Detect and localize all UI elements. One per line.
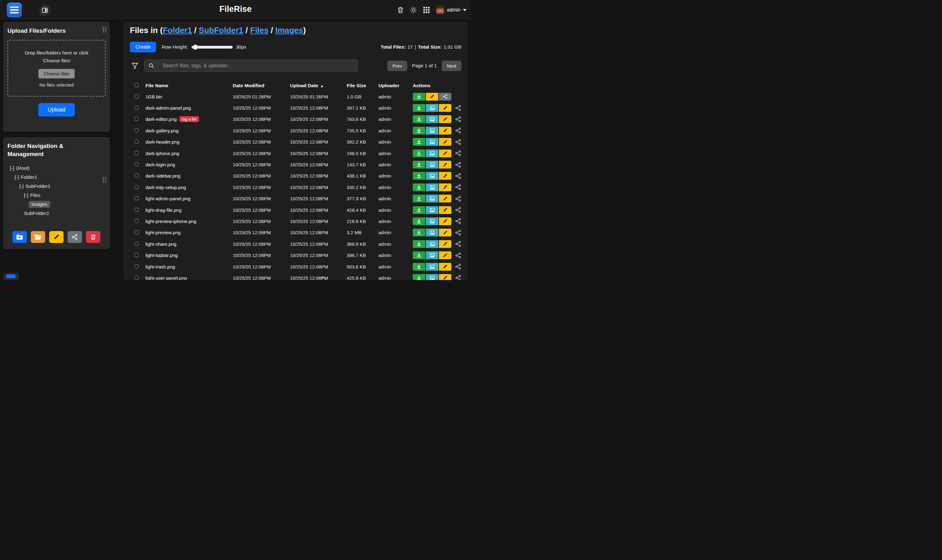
- preview-image-button[interactable]: [426, 229, 438, 236]
- share-icon[interactable]: [456, 252, 461, 258]
- share-button[interactable]: [439, 93, 451, 101]
- edit-button[interactable]: [439, 217, 451, 225]
- row-checkbox[interactable]: [135, 208, 139, 212]
- preview-image-button[interactable]: [426, 217, 438, 225]
- download-button[interactable]: [413, 217, 425, 225]
- folder-tree-item[interactable]: [-] (Root): [8, 163, 106, 172]
- table-row[interactable]: dark-sidebar.png 10/25/25 12:08PM 10/25/…: [130, 170, 461, 182]
- share-icon[interactable]: [456, 218, 461, 224]
- create-button[interactable]: Create: [130, 42, 156, 52]
- edit-button[interactable]: [439, 206, 451, 214]
- breadcrumb-link-subfolder1[interactable]: SubFolder1: [199, 26, 243, 35]
- edit-button[interactable]: [426, 93, 438, 101]
- file-tag-badge[interactable]: tag a file: [179, 116, 199, 122]
- edit-button[interactable]: [439, 104, 451, 112]
- row-checkbox[interactable]: [135, 140, 139, 143]
- table-row[interactable]: light-topbar.png 10/25/25 12:08PM 10/25/…: [130, 249, 461, 261]
- download-button[interactable]: [413, 161, 425, 169]
- file-name[interactable]: dark-totp-setup.png: [145, 185, 186, 190]
- edit-button[interactable]: [439, 149, 451, 157]
- column-file-name[interactable]: File Name: [145, 83, 233, 88]
- preview-image-button[interactable]: [426, 206, 438, 214]
- table-row[interactable]: dark-login.png 10/25/25 12:08PM 10/25/25…: [130, 159, 461, 170]
- edit-button[interactable]: [439, 115, 451, 123]
- download-button[interactable]: [413, 263, 425, 271]
- edit-button[interactable]: [439, 229, 451, 236]
- share-icon[interactable]: [456, 196, 461, 202]
- download-button[interactable]: [413, 172, 425, 180]
- folder-tree-item[interactable]: [-] SubFolder1: [8, 182, 106, 191]
- preview-image-button[interactable]: [426, 195, 438, 202]
- folder-tree-item[interactable]: SubFolder2: [8, 209, 106, 218]
- collapse-marker[interactable]: [-]: [19, 183, 24, 189]
- table-row[interactable]: 1GB.bin 10/25/25 01:26PM 10/25/25 01:26P…: [130, 91, 461, 102]
- share-icon[interactable]: [456, 275, 461, 280]
- folder-label[interactable]: Files: [30, 192, 40, 198]
- row-checkbox[interactable]: [135, 253, 139, 257]
- drag-handle-icon[interactable]: [103, 177, 106, 183]
- table-row[interactable]: light-preview.png 10/25/25 12:08PM 10/25…: [130, 227, 461, 238]
- edit-button[interactable]: [439, 240, 451, 248]
- folder-label[interactable]: SubFolder2: [24, 211, 49, 216]
- table-row[interactable]: dark-totp-setup.png 10/25/25 12:08PM 10/…: [130, 182, 461, 193]
- column-upload-date[interactable]: Upload Date▲: [290, 83, 347, 88]
- select-all-checkbox[interactable]: [135, 83, 139, 87]
- download-button[interactable]: [413, 127, 425, 135]
- preview-image-button[interactable]: [426, 263, 438, 271]
- edit-button[interactable]: [439, 161, 451, 169]
- folder-label[interactable]: SubFolder1: [26, 183, 51, 189]
- table-row[interactable]: dark-gallery.png 10/25/25 12:08PM 10/25/…: [130, 125, 461, 136]
- table-row[interactable]: light-preview-iphone.png 10/25/25 12:08P…: [130, 215, 461, 227]
- folder-tree-item[interactable]: [-] Folder1: [8, 172, 106, 182]
- share-icon[interactable]: [456, 185, 461, 190]
- column-file-size[interactable]: File Size: [347, 83, 379, 88]
- download-button[interactable]: [413, 251, 425, 259]
- edit-button[interactable]: [439, 195, 451, 202]
- theme-toggle-sun-icon[interactable]: [410, 6, 417, 13]
- share-icon[interactable]: [456, 117, 461, 122]
- preview-image-button[interactable]: [426, 127, 438, 135]
- share-icon[interactable]: [456, 173, 461, 179]
- share-folder-button[interactable]: [68, 231, 82, 243]
- row-checkbox[interactable]: [135, 219, 139, 223]
- share-icon[interactable]: [456, 207, 461, 213]
- table-row[interactable]: dark-iphone.png 10/25/25 12:08PM 10/25/2…: [130, 148, 461, 159]
- row-checkbox[interactable]: [135, 242, 139, 246]
- preview-image-button[interactable]: [426, 172, 438, 180]
- table-row[interactable]: light-drag-file.png 10/25/25 12:08PM 10/…: [130, 204, 461, 215]
- file-name[interactable]: light-drag-file.png: [145, 208, 182, 213]
- download-button[interactable]: [413, 240, 425, 248]
- user-menu[interactable]: admin: [436, 6, 466, 14]
- app-logo-button[interactable]: [7, 3, 22, 17]
- file-name[interactable]: light-topbar.png: [145, 252, 177, 258]
- edit-button[interactable]: [439, 172, 451, 180]
- table-row[interactable]: light-trash.png 10/25/25 12:08PM 10/25/2…: [130, 261, 461, 272]
- sidebar-toggle-button[interactable]: [39, 5, 51, 16]
- move-folder-button[interactable]: [31, 231, 45, 243]
- row-checkbox[interactable]: [135, 196, 139, 200]
- share-icon[interactable]: [456, 105, 461, 111]
- delete-folder-button[interactable]: [86, 231, 100, 243]
- slider-thumb[interactable]: [193, 45, 198, 50]
- edit-button[interactable]: [439, 127, 451, 135]
- download-button[interactable]: [413, 138, 425, 146]
- file-name[interactable]: light-share.png: [145, 242, 176, 247]
- file-name[interactable]: dark-login.png: [145, 162, 175, 167]
- folder-tree-item[interactable]: Images: [8, 200, 106, 209]
- column-uploader[interactable]: Uploader: [379, 83, 413, 88]
- preview-image-button[interactable]: [426, 149, 438, 157]
- preview-image-button[interactable]: [426, 240, 438, 248]
- file-name[interactable]: dark-admin-panel.png: [145, 105, 191, 111]
- edit-button[interactable]: [439, 138, 451, 146]
- breadcrumb-link-files[interactable]: Files: [250, 26, 268, 35]
- download-button[interactable]: [413, 104, 425, 112]
- file-name[interactable]: dark-header.png: [145, 139, 179, 145]
- row-checkbox[interactable]: [135, 265, 139, 268]
- download-button[interactable]: [413, 93, 425, 101]
- folder-label[interactable]: Images: [29, 201, 50, 208]
- download-button[interactable]: [413, 195, 425, 202]
- next-page-button[interactable]: Next: [442, 61, 461, 71]
- search-input[interactable]: [158, 60, 358, 72]
- download-button[interactable]: [413, 183, 425, 191]
- preview-image-button[interactable]: [426, 161, 438, 169]
